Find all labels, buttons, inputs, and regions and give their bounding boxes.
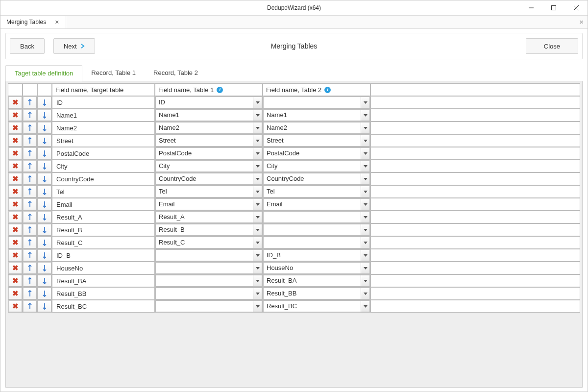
- move-up-button[interactable]: [23, 109, 37, 121]
- table2-field-select[interactable]: ID_B: [263, 249, 370, 261]
- table1-field-select[interactable]: [155, 300, 262, 312]
- move-down-button[interactable]: [38, 135, 51, 147]
- table1-field-select[interactable]: City: [155, 160, 262, 172]
- move-up-button[interactable]: [23, 147, 37, 159]
- move-up-button[interactable]: [23, 97, 37, 108]
- target-field-cell[interactable]: Name2: [52, 122, 154, 134]
- dropdown-button[interactable]: [361, 186, 369, 197]
- dropdown-button[interactable]: [253, 161, 262, 172]
- dropdown-button[interactable]: [361, 97, 369, 108]
- table2-field-select[interactable]: Street: [263, 135, 370, 147]
- dropdown-button[interactable]: [361, 224, 369, 235]
- table2-field-select[interactable]: Result_BA: [263, 275, 370, 287]
- move-down-button[interactable]: [38, 249, 51, 261]
- dropdown-button[interactable]: [361, 161, 369, 172]
- move-up-button[interactable]: [23, 288, 37, 299]
- target-field-cell[interactable]: ID: [52, 97, 154, 108]
- dropdown-button[interactable]: [253, 173, 262, 184]
- target-field-cell[interactable]: CountryCode: [52, 173, 154, 185]
- move-up-button[interactable]: [23, 122, 37, 134]
- move-down-button[interactable]: [38, 147, 51, 159]
- target-field-cell[interactable]: Tel: [52, 186, 154, 197]
- table2-field-select[interactable]: City: [263, 160, 370, 172]
- dropdown-button[interactable]: [253, 224, 262, 235]
- next-button[interactable]: Next: [53, 38, 95, 54]
- col-table1[interactable]: Field name, Table 1i: [155, 83, 263, 96]
- target-field-cell[interactable]: ID_B: [52, 250, 154, 261]
- delete-row-button[interactable]: ✖: [8, 198, 22, 210]
- delete-row-button[interactable]: ✖: [8, 224, 22, 236]
- move-up-button[interactable]: [23, 160, 37, 172]
- move-up-button[interactable]: [23, 173, 37, 185]
- maximize-button[interactable]: [542, 0, 565, 15]
- dropdown-button[interactable]: [361, 237, 369, 248]
- target-field-cell[interactable]: PostalCode: [52, 148, 154, 159]
- close-button[interactable]: Close: [526, 38, 578, 54]
- target-field-cell[interactable]: Result_B: [52, 224, 154, 236]
- move-down-button[interactable]: [38, 211, 51, 223]
- move-down-button[interactable]: [38, 224, 51, 236]
- delete-row-button[interactable]: ✖: [8, 147, 22, 159]
- table2-field-select[interactable]: [263, 211, 370, 223]
- delete-row-button[interactable]: ✖: [8, 262, 22, 274]
- tab-target-definition[interactable]: Taget table definition: [5, 65, 82, 81]
- move-up-button[interactable]: [23, 275, 37, 287]
- dropdown-button[interactable]: [253, 122, 262, 133]
- delete-row-button[interactable]: ✖: [8, 288, 22, 299]
- dropdown-button[interactable]: [253, 186, 262, 197]
- move-up-button[interactable]: [23, 186, 37, 197]
- move-down-button[interactable]: [38, 122, 51, 134]
- dropdown-button[interactable]: [361, 275, 369, 286]
- table1-field-select[interactable]: ID: [155, 97, 262, 108]
- tab-record-table-2[interactable]: Record, Table 2: [145, 65, 207, 81]
- close-all-tabs-icon[interactable]: ×: [579, 18, 584, 26]
- dropdown-button[interactable]: [361, 212, 369, 222]
- dropdown-button[interactable]: [361, 288, 369, 299]
- dropdown-button[interactable]: [361, 199, 369, 210]
- target-field-cell[interactable]: HouseNo: [52, 263, 154, 274]
- tab-record-table-1[interactable]: Record, Table 1: [82, 65, 145, 81]
- move-up-button[interactable]: [23, 135, 37, 147]
- table1-field-select[interactable]: CountryCode: [155, 173, 262, 185]
- dropdown-button[interactable]: [253, 97, 262, 108]
- table1-field-select[interactable]: Name2: [155, 122, 262, 134]
- dropdown-button[interactable]: [253, 288, 262, 299]
- move-up-button[interactable]: [23, 198, 37, 210]
- col-table2[interactable]: Field name, Table 2i: [263, 83, 370, 96]
- table2-field-select[interactable]: [263, 237, 370, 248]
- col-target[interactable]: Field name, Target table: [52, 83, 155, 96]
- move-up-button[interactable]: [23, 262, 37, 274]
- table1-field-select[interactable]: PostalCode: [155, 147, 262, 159]
- dropdown-button[interactable]: [361, 148, 369, 159]
- info-icon[interactable]: i: [217, 87, 223, 93]
- table1-field-select[interactable]: Name1: [155, 109, 262, 121]
- dropdown-button[interactable]: [361, 173, 369, 184]
- move-up-button[interactable]: [23, 211, 37, 223]
- dropdown-button[interactable]: [361, 110, 369, 121]
- table2-field-select[interactable]: Result_BB: [263, 288, 370, 299]
- move-up-button[interactable]: [23, 224, 37, 236]
- dropdown-button[interactable]: [253, 199, 262, 210]
- dropdown-button[interactable]: [253, 135, 262, 146]
- dropdown-button[interactable]: [361, 263, 369, 273]
- move-up-button[interactable]: [23, 237, 37, 248]
- target-field-cell[interactable]: Street: [52, 135, 154, 147]
- dropdown-button[interactable]: [253, 110, 262, 121]
- dropdown-button[interactable]: [253, 301, 262, 312]
- dropdown-button[interactable]: [361, 135, 369, 146]
- dropdown-button[interactable]: [361, 301, 369, 312]
- target-field-cell[interactable]: Result_BB: [52, 288, 154, 299]
- target-field-cell[interactable]: Result_BC: [52, 301, 154, 312]
- move-down-button[interactable]: [38, 300, 51, 312]
- table2-field-select[interactable]: HouseNo: [263, 262, 370, 274]
- back-button[interactable]: Back: [10, 38, 45, 54]
- delete-row-button[interactable]: ✖: [8, 237, 22, 248]
- move-up-button[interactable]: [23, 249, 37, 261]
- table2-field-select[interactable]: Result_BC: [263, 300, 370, 312]
- dropdown-button[interactable]: [253, 275, 262, 286]
- table1-field-select[interactable]: Result_B: [155, 224, 262, 236]
- move-down-button[interactable]: [38, 97, 51, 108]
- move-down-button[interactable]: [38, 237, 51, 248]
- close-window-button[interactable]: [565, 0, 588, 15]
- dropdown-button[interactable]: [361, 250, 369, 261]
